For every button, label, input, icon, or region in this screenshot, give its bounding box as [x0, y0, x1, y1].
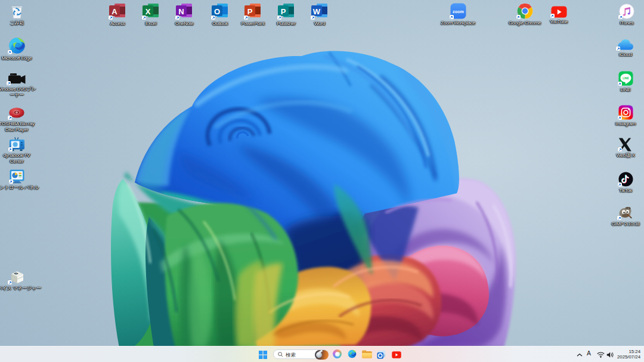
svg-text:A: A	[112, 7, 117, 16]
svg-text:N: N	[178, 7, 184, 16]
svg-text:P: P	[247, 7, 253, 16]
svg-text:W: W	[313, 7, 321, 16]
svg-text:zoom: zoom	[453, 9, 464, 14]
svg-text:O: O	[214, 7, 220, 16]
svg-text:LINE: LINE	[623, 77, 628, 80]
svg-text:P: P	[281, 7, 286, 16]
svg-text:X: X	[145, 7, 151, 16]
